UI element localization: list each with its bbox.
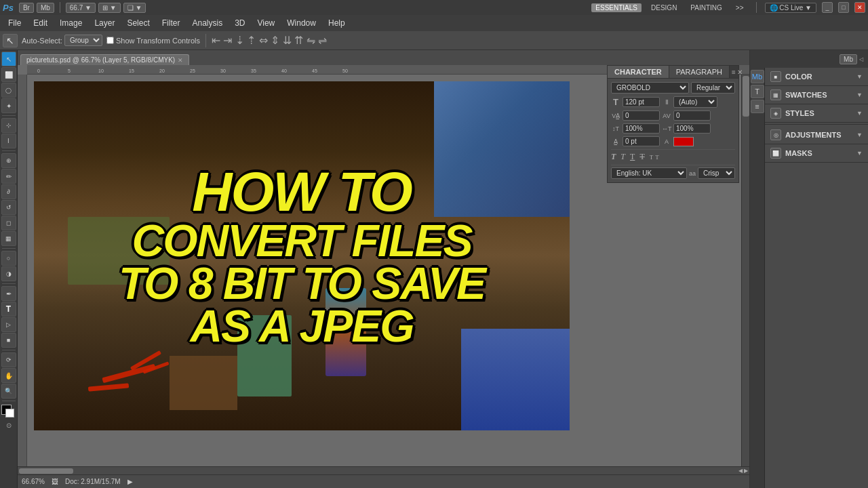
font-style-select[interactable]: Regular Bold Italic [691, 82, 735, 94]
color-swatch-area[interactable] [1, 405, 16, 420]
document-tab[interactable]: picturetuts.psd @ 66.7% (Layer 5, RGB/8/… [20, 54, 189, 65]
antialias-select[interactable]: Crisp Sharp Smooth Strong [698, 167, 735, 179]
quick-mask-icon[interactable]: ⊙ [6, 422, 12, 429]
minibrige-btn[interactable]: Mb [37, 3, 54, 13]
background-color[interactable] [5, 409, 14, 418]
doc-tab-close[interactable]: ✕ [178, 57, 183, 64]
view-btn[interactable]: ⊞ ▼ [98, 3, 121, 13]
menu-3d[interactable]: 3D [229, 17, 250, 29]
horizontal-scrollbar[interactable]: ◀ ▶ [18, 466, 749, 474]
spot-heal-tool[interactable]: ⊕ [1, 153, 16, 168]
more-workspaces-btn[interactable]: >> [732, 3, 748, 12]
tracking-input[interactable] [623, 110, 660, 121]
menu-help[interactable]: Help [323, 17, 351, 29]
paragraph-tab[interactable]: PARAGRAPH [669, 66, 730, 78]
kerning-input[interactable] [673, 110, 711, 121]
lasso-tool[interactable]: ◯ [1, 83, 16, 98]
bridge-btn[interactable]: Br [19, 3, 34, 13]
transform-checkbox[interactable] [106, 37, 114, 44]
h-scrollbar-thumb[interactable] [19, 468, 73, 474]
underline-btn[interactable]: T [630, 152, 635, 162]
menu-view[interactable]: View [252, 17, 280, 29]
nav-prev[interactable]: ◀ [738, 468, 743, 474]
leading-select[interactable]: (Auto) 12 pt [673, 96, 717, 108]
clone-tool[interactable]: ∂ [1, 184, 16, 199]
eraser-tool[interactable]: ◻ [1, 216, 16, 230]
top-bar: Ps Br Mb 66.7 ▼ ⊞ ▼ ❑ ▼ ESSENTIALS DESIG… [0, 0, 868, 15]
history-brush-tool[interactable]: ↺ [1, 200, 16, 215]
path-select-tool[interactable]: ▷ [1, 317, 16, 332]
styles-panel-header[interactable]: ◈ STYLES ▼ [765, 104, 868, 122]
menu-analysis[interactable]: Analysis [186, 17, 228, 29]
text-color-swatch[interactable] [673, 137, 694, 146]
panel-icon-1[interactable]: Mb [751, 70, 764, 83]
nav-next[interactable]: ▶ [744, 468, 748, 474]
eyedropper-tool[interactable]: Ⅰ [1, 134, 16, 148]
close-btn[interactable]: ✕ [854, 2, 865, 13]
auto-select-label: Auto-Select: [22, 37, 62, 45]
menu-image[interactable]: Image [54, 17, 87, 29]
move-tool[interactable]: ↖ [1, 52, 16, 66]
strikethrough-btn[interactable]: T [639, 152, 644, 162]
char-panel-close-btn[interactable]: ✕ [737, 68, 743, 76]
marquee-tool[interactable]: ⬜ [1, 67, 16, 82]
dodge-tool[interactable]: ◑ [1, 266, 16, 281]
maximize-btn[interactable]: □ [838, 2, 849, 13]
language-select[interactable]: English: UK English: USA [611, 167, 687, 179]
mb-panel-btn[interactable]: Mb [840, 54, 857, 64]
panel-icon-strip: Mb T ≡ [750, 68, 765, 488]
adjustments-panel-header[interactable]: ◎ ADJUSTMENTS ▼ [765, 126, 868, 144]
type-tool[interactable]: T [1, 302, 16, 317]
styles-panel-title: STYLES [785, 109, 852, 117]
painting-btn[interactable]: PAINTING [686, 3, 726, 12]
character-tab[interactable]: CHARACTER [608, 66, 669, 78]
zoom-tool[interactable]: 🔍 [1, 384, 16, 399]
swatches-panel-header[interactable]: ▦ SWATCHES ▼ [765, 86, 868, 104]
horizontal-scale-input[interactable] [673, 123, 711, 134]
arrange-btn[interactable]: ❑ ▼ [123, 3, 146, 13]
v-scrollbar-thumb[interactable] [743, 76, 749, 117]
italic-btn[interactable]: T [620, 152, 625, 162]
color-panel-header[interactable]: ■ COLOR ▼ [765, 68, 868, 85]
cs-live-btn[interactable]: 🌐 CS Live ▼ [765, 3, 816, 13]
collapse-panel-btn[interactable]: ◁ [857, 50, 865, 68]
menu-layer[interactable]: Layer [89, 17, 120, 29]
3d-tool[interactable]: ⟳ [1, 352, 16, 367]
menu-edit[interactable]: Edit [28, 17, 53, 29]
menu-window[interactable]: Window [281, 17, 321, 29]
menu-filter[interactable]: Filter [157, 17, 186, 29]
char-panel-menu-btn[interactable]: ≡ [732, 68, 736, 76]
tool-select-btn[interactable]: ↖ [3, 34, 18, 47]
masks-panel-header[interactable]: ⬜ MASKS ▼ [765, 144, 868, 162]
subscript-btn[interactable]: T [655, 154, 659, 161]
font-size-input[interactable] [623, 97, 660, 107]
color-panel-icon: ■ [770, 71, 781, 82]
blur-tool[interactable]: ○ [1, 251, 16, 266]
baseline-input[interactable] [623, 136, 660, 146]
nav-arrows-status[interactable]: ▶ [127, 478, 133, 485]
crop-tool[interactable]: ⊹ [1, 118, 16, 133]
design-btn[interactable]: DESIGN [647, 3, 681, 12]
minimize-btn[interactable]: _ [822, 2, 833, 13]
canvas-document[interactable]: HOW TO CONVERT FILES TO 8 BIT TO SAVE AS… [34, 81, 570, 430]
bold-italic-btn[interactable]: T [611, 152, 616, 162]
vertical-scrollbar[interactable] [741, 75, 749, 466]
pen-tool[interactable]: ✒ [1, 286, 16, 301]
auto-select-dropdown[interactable]: Group Layer [64, 35, 102, 46]
menu-select[interactable]: Select [121, 17, 155, 29]
shape-tool[interactable]: ■ [1, 333, 16, 348]
vertical-scale-input[interactable] [623, 123, 660, 134]
panel-icon-3[interactable]: ≡ [751, 100, 764, 113]
panel-icon-2[interactable]: T [751, 85, 764, 98]
brush-tool[interactable]: ✏ [1, 169, 16, 184]
magic-wand-tool[interactable]: ✦ [1, 98, 16, 113]
superscript-btn[interactable]: T [650, 154, 654, 161]
ruler-label-35: 35 [251, 68, 256, 73]
essentials-btn[interactable]: ESSENTIALS [591, 3, 642, 12]
adjustments-panel-expand: ▼ [856, 131, 863, 138]
font-family-select[interactable]: GROBOLD Arial Impact [611, 82, 689, 94]
gradient-tool[interactable]: ▦ [1, 231, 16, 246]
menu-file[interactable]: File [3, 17, 26, 29]
hand-tool[interactable]: ✋ [1, 368, 16, 383]
zoom-btn[interactable]: 66.7 ▼ [66, 3, 96, 13]
